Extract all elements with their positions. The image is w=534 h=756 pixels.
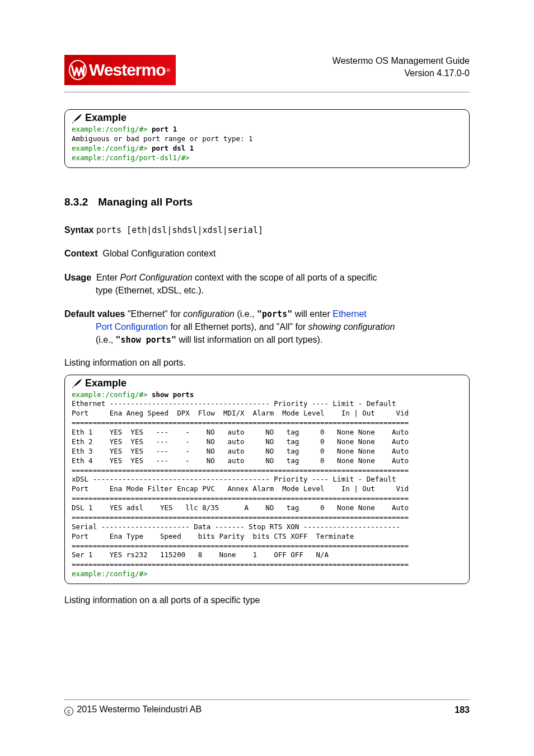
doc-title: Westermo OS Management Guide [332,55,470,67]
section-title: Managing all Ports [98,196,193,208]
context-label: Context [64,248,98,260]
logo-text: Westermo [89,60,166,80]
default-block: Default values "Ethernet" for configurat… [64,308,470,346]
default-label: Default values [64,309,125,319]
logo-w-icon [69,60,87,80]
registered-icon: ® [167,68,171,73]
example-heading: Example [85,377,127,389]
listing-intro: Listing information on all ports. [64,358,470,368]
usage-label: Usage [64,273,91,282]
westermo-logo: Westermo ® [64,55,176,85]
copyright: c 2015 Westermo Teleindustri AB [64,704,202,716]
page-header: Westermo ® Westermo OS Management Guide … [64,55,470,92]
page-footer: c 2015 Westermo Teleindustri AB 183 [64,699,470,716]
example-box-2: Example example:/config/#> show ports Et… [64,375,470,585]
listing-outro: Listing information on a all ports of a … [64,595,470,605]
syntax-value: ports [eth|dsl|shdsl|xdsl|serial] [96,225,263,236]
header-title: Westermo OS Management Guide Version 4.1… [332,55,470,79]
doc-version: Version 4.17.0-0 [332,67,470,80]
page-number: 183 [455,705,470,715]
usage-block: Usage Enter Port Configuration context w… [64,272,470,297]
context-row: Context Global Configuration context [64,248,470,260]
section-number: 8.3.2 [64,196,88,208]
syntax-label: Syntax [64,224,93,237]
example-box-1: Example example:/config/#> port 1 Ambigu… [64,109,470,168]
example-2-content: example:/config/#> show ports Ethernet -… [72,390,462,580]
example-heading: Example [85,112,127,124]
context-value: Global Configuration context [102,248,216,260]
section-heading: 8.3.2Managing all Ports [64,196,470,208]
quill-icon [72,113,83,124]
ethernet-link[interactable]: Ethernet [332,309,366,319]
example-1-content: example:/config/#> port 1 Ambiguous or b… [72,125,462,163]
syntax-row: Syntax ports [eth|dsl|shdsl|xdsl|serial] [64,224,470,237]
port-config-link[interactable]: Port Configuration [96,322,168,332]
quill-icon [72,377,83,389]
